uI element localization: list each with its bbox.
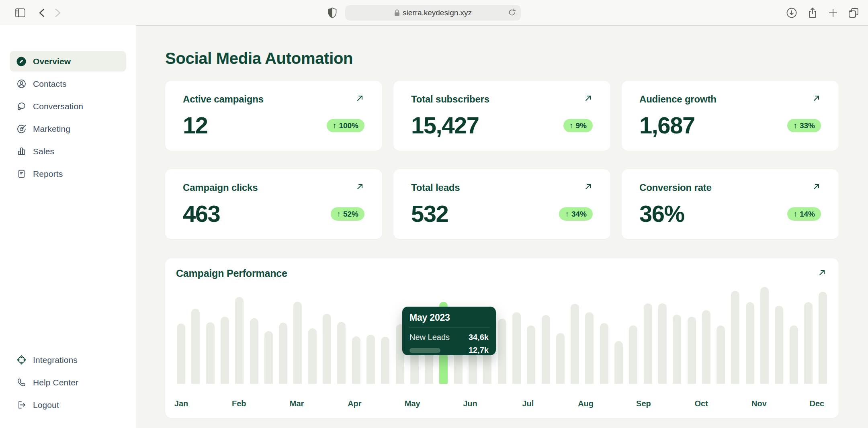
trend-badge: ↑33% (787, 119, 821, 132)
share-icon[interactable] (804, 0, 821, 25)
chart-bar[interactable] (614, 341, 623, 384)
stat-label: Campaign clicks (183, 182, 258, 193)
external-arrow-icon[interactable] (356, 182, 364, 192)
external-arrow-icon[interactable] (584, 182, 593, 192)
chart-bar[interactable] (235, 297, 244, 384)
sidebar-item-label: Integrations (33, 355, 78, 365)
chart-bar[interactable] (688, 317, 696, 384)
month-label-jun: Jun (463, 399, 477, 408)
chart-bar[interactable] (600, 323, 608, 384)
chart-bar[interactable] (819, 292, 827, 384)
chart-bar[interactable] (717, 326, 725, 384)
sidebar-item-label: Marketing (33, 124, 70, 134)
forward-icon[interactable] (49, 0, 67, 25)
lock-icon (394, 9, 400, 16)
chart-bar[interactable] (571, 304, 579, 384)
month-label-nov: Nov (751, 399, 767, 408)
sidebar-item-reports[interactable]: Reports (10, 164, 126, 184)
chart-bar[interactable] (585, 312, 594, 384)
back-icon[interactable] (33, 0, 51, 25)
chart-bar[interactable] (279, 323, 287, 384)
new-tab-icon[interactable] (824, 0, 842, 25)
chart-bar[interactable] (293, 302, 302, 384)
report-icon (16, 169, 27, 179)
reload-icon[interactable] (508, 8, 516, 18)
chart-bar[interactable] (702, 310, 710, 384)
month-label-sep: Sep (636, 399, 651, 408)
external-arrow-icon[interactable] (812, 182, 821, 192)
chart-bar[interactable] (308, 328, 317, 384)
sidebar-item-help-center[interactable]: Help Center (10, 372, 126, 393)
chart-bar[interactable] (352, 336, 360, 384)
chart-bar[interactable] (191, 309, 200, 384)
stat-value: 15,427 (411, 114, 479, 137)
chart-bar[interactable] (629, 326, 637, 384)
sidebar-item-integrations[interactable]: Integrations (10, 350, 126, 370)
up-arrow-icon: ↑ (333, 122, 337, 129)
month-label-may: May (405, 399, 420, 408)
chart-bar[interactable] (250, 318, 258, 384)
chart-bar[interactable] (790, 326, 798, 384)
privacy-shield-icon[interactable] (323, 0, 341, 25)
chart-bar[interactable] (512, 312, 521, 384)
chart-bar[interactable] (673, 315, 681, 384)
address-bar[interactable]: sierra.keydesign.xyz (345, 5, 521, 20)
sidebar-item-label: Reports (33, 169, 63, 179)
stat-label: Conversion rate (639, 182, 712, 193)
sidebar-item-label: Logout (33, 400, 59, 410)
sidebar-toggle-icon[interactable] (11, 0, 29, 25)
external-arrow-icon[interactable] (584, 94, 593, 104)
stat-value: 12 (183, 114, 208, 137)
sidebar-item-contacts[interactable]: Contacts (10, 74, 126, 94)
sidebar-item-label: Contacts (33, 79, 67, 89)
month-label-aug: Aug (578, 399, 594, 408)
chart-bar[interactable] (746, 302, 754, 384)
downloads-icon[interactable] (783, 0, 800, 25)
stat-card-active-campaigns: Active campaigns 12 ↑100% (165, 81, 382, 151)
stat-label: Audience growth (639, 94, 717, 105)
chart-bar[interactable] (760, 287, 769, 384)
sidebar-footer: Integrations Help Center (10, 350, 126, 417)
chart-bar[interactable] (366, 335, 375, 384)
chart-bar[interactable] (804, 302, 813, 384)
browser-toolbar: sierra.keydesign.xyz (0, 0, 868, 26)
sidebar-item-label: Sales (33, 147, 54, 156)
chart-bar[interactable] (556, 333, 565, 384)
sidebar-item-marketing[interactable]: Marketing (10, 119, 126, 139)
chart-bar[interactable] (221, 317, 229, 384)
month-label-jul: Jul (522, 399, 534, 408)
stat-label: Total subscribers (411, 94, 489, 105)
chart-bar[interactable] (775, 306, 783, 384)
stat-card-campaign-clicks: Campaign clicks 463 ↑52% (165, 169, 382, 239)
sidebar-item-conversation[interactable]: Conversation (10, 96, 126, 117)
chart-bar[interactable] (323, 314, 331, 384)
chart-bar[interactable] (731, 291, 739, 384)
page-title: Social Media Automation (165, 49, 839, 68)
sidebar-item-sales[interactable]: Sales (10, 141, 126, 162)
chart-bar[interactable] (264, 331, 273, 384)
chart-bar[interactable] (337, 322, 346, 384)
stat-card-conversion-rate: Conversion rate 36% ↑14% (622, 169, 839, 239)
sidebar-item-logout[interactable]: Logout (10, 395, 126, 415)
chart-bar[interactable] (527, 326, 535, 384)
external-arrow-icon[interactable] (356, 94, 364, 104)
sidebar-item-overview[interactable]: Overview (10, 51, 126, 72)
integrations-icon (16, 355, 27, 365)
browser-window: sierra.keydesign.xyz (0, 0, 868, 428)
chart-bar[interactable] (542, 315, 550, 384)
chart-tooltip: May 2023 New Leads 34,6k 12,7k (402, 307, 496, 355)
chart-bar[interactable] (658, 303, 667, 384)
campaign-performance-card: Campaign Performance JanFebMarAprMayJunJ… (165, 258, 839, 418)
up-arrow-icon: ↑ (793, 210, 797, 218)
trend-badge: ↑52% (331, 207, 364, 221)
tab-overview-icon[interactable] (845, 0, 862, 25)
chart-bar[interactable] (498, 319, 506, 384)
chart-bar[interactable] (177, 324, 185, 384)
month-label-feb: Feb (232, 399, 246, 408)
month-label-apr: Apr (348, 399, 361, 408)
phone-icon (16, 377, 27, 388)
chart-bar[interactable] (206, 322, 215, 384)
chart-bar[interactable] (644, 303, 652, 384)
chart-bar[interactable] (381, 337, 389, 384)
external-arrow-icon[interactable] (812, 94, 821, 104)
